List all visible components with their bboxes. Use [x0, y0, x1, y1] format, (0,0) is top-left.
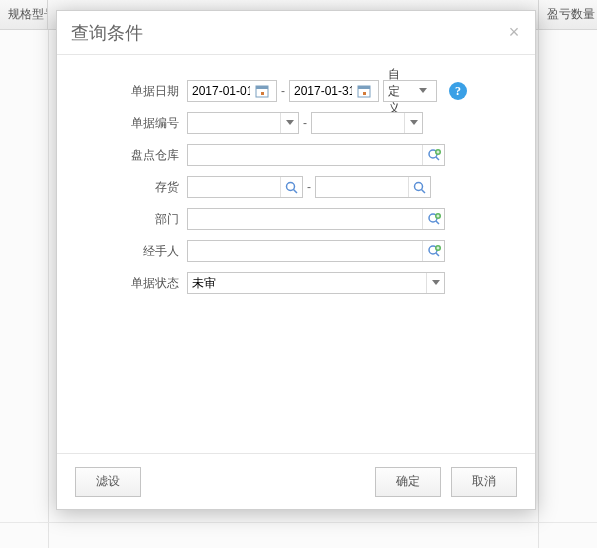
- add-lookup-icon[interactable]: [422, 209, 444, 229]
- warehouse-field[interactable]: [187, 144, 445, 166]
- department-input[interactable]: [188, 212, 422, 226]
- row-date: 单据日期 - 自定义 ?: [77, 79, 515, 103]
- chevron-down-icon[interactable]: [410, 88, 436, 94]
- label-inventory: 存货: [77, 179, 187, 196]
- status-input[interactable]: [188, 276, 426, 290]
- svg-rect-4: [358, 86, 370, 89]
- dialog-body: 单据日期 - 自定义 ?: [57, 55, 535, 453]
- dash: -: [303, 116, 307, 130]
- label-docno: 单据编号: [77, 115, 187, 132]
- date-from-input[interactable]: [188, 84, 254, 98]
- date-preset-value: 自定义: [384, 66, 410, 117]
- add-lookup-icon[interactable]: [422, 241, 444, 261]
- cancel-button[interactable]: 取消: [451, 467, 517, 497]
- dash: -: [281, 84, 285, 98]
- svg-rect-2: [261, 92, 264, 95]
- grid-col-model: 规格型号: [0, 0, 48, 29]
- handler-input[interactable]: [188, 244, 422, 258]
- svg-line-7: [436, 157, 439, 160]
- chevron-down-icon[interactable]: [404, 113, 422, 133]
- docno-from-combo[interactable]: [187, 112, 299, 134]
- help-icon[interactable]: ?: [449, 82, 467, 100]
- label-status: 单据状态: [77, 275, 187, 292]
- inventory-from-field[interactable]: [187, 176, 303, 198]
- filter-button[interactable]: 滤设: [75, 467, 141, 497]
- calendar-icon[interactable]: [254, 83, 270, 99]
- close-icon[interactable]: ×: [503, 21, 525, 43]
- department-field[interactable]: [187, 208, 445, 230]
- dialog-title: 查询条件: [71, 21, 143, 45]
- row-status: 单据状态: [77, 271, 515, 295]
- dash: -: [307, 180, 311, 194]
- date-to-field[interactable]: [289, 80, 379, 102]
- chevron-down-icon[interactable]: [280, 113, 298, 133]
- svg-point-11: [415, 182, 423, 190]
- label-department: 部门: [77, 211, 187, 228]
- label-date: 单据日期: [77, 83, 187, 100]
- warehouse-input[interactable]: [188, 148, 422, 162]
- docno-to-input[interactable]: [312, 116, 404, 130]
- handler-field[interactable]: [187, 240, 445, 262]
- add-lookup-icon[interactable]: [422, 145, 444, 165]
- docno-from-input[interactable]: [188, 116, 280, 130]
- status-combo[interactable]: [187, 272, 445, 294]
- search-icon[interactable]: [408, 177, 430, 197]
- query-dialog: 查询条件 × 单据日期 - 自定义: [56, 10, 536, 510]
- svg-line-12: [422, 189, 426, 193]
- label-warehouse: 盘点仓库: [77, 147, 187, 164]
- row-docno: 单据编号 -: [77, 111, 515, 135]
- dialog-footer: 滤设 确定 取消: [57, 453, 535, 509]
- date-to-input[interactable]: [290, 84, 356, 98]
- svg-line-17: [436, 253, 439, 256]
- dialog-titlebar: 查询条件 ×: [57, 11, 535, 55]
- chevron-down-icon[interactable]: [426, 273, 444, 293]
- row-warehouse: 盘点仓库: [77, 143, 515, 167]
- row-department: 部门: [77, 207, 515, 231]
- inventory-to-input[interactable]: [316, 180, 408, 194]
- svg-point-9: [287, 182, 295, 190]
- row-inventory: 存货 -: [77, 175, 515, 199]
- label-handler: 经手人: [77, 243, 187, 260]
- calendar-icon[interactable]: [356, 83, 372, 99]
- search-icon[interactable]: [280, 177, 302, 197]
- row-handler: 经手人: [77, 239, 515, 263]
- inventory-to-field[interactable]: [315, 176, 431, 198]
- inventory-from-input[interactable]: [188, 180, 280, 194]
- svg-rect-5: [363, 92, 366, 95]
- date-from-field[interactable]: [187, 80, 277, 102]
- svg-line-10: [294, 189, 298, 193]
- svg-line-14: [436, 221, 439, 224]
- svg-rect-1: [256, 86, 268, 89]
- date-preset-combo[interactable]: 自定义: [383, 80, 437, 102]
- docno-to-combo[interactable]: [311, 112, 423, 134]
- grid-col-qty: 盈亏数量: [539, 0, 597, 29]
- ok-button[interactable]: 确定: [375, 467, 441, 497]
